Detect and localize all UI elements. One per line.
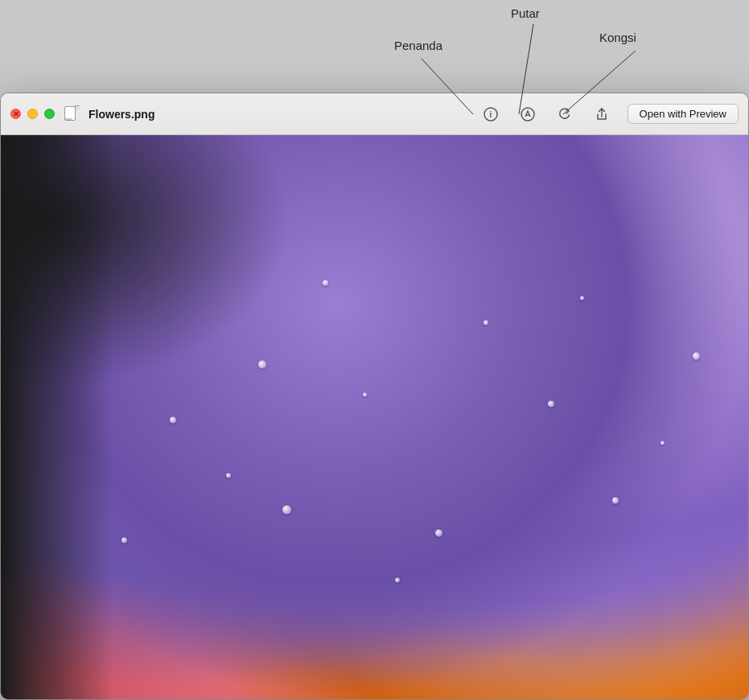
- droplet: [612, 497, 619, 504]
- info-icon: i: [484, 107, 498, 121]
- droplet: [395, 578, 400, 583]
- droplet: [693, 352, 700, 360]
- droplet: [661, 441, 665, 445]
- droplet: [121, 537, 127, 543]
- droplet: [580, 296, 584, 300]
- droplet: [435, 529, 442, 537]
- minimize-button[interactable]: [27, 109, 38, 119]
- share-button[interactable]: [591, 103, 613, 126]
- droplet: [258, 360, 266, 369]
- putar-tooltip: Putar: [511, 6, 540, 20]
- file-title: Flowers.png: [88, 108, 154, 121]
- rotate-icon: [558, 107, 572, 121]
- droplet: [282, 505, 291, 514]
- droplet: [323, 280, 328, 286]
- droplet: [226, 473, 231, 478]
- close-button[interactable]: ✕: [10, 109, 21, 119]
- file-info: PNG Flowers.png: [64, 106, 154, 122]
- file-icon: PNG: [64, 106, 79, 122]
- droplet: [170, 417, 176, 423]
- info-button[interactable]: i: [479, 103, 502, 126]
- droplet: [484, 320, 488, 325]
- markup-button[interactable]: [516, 103, 539, 126]
- titlebar-actions: i: [479, 103, 739, 126]
- quick-look-window: ✕ PNG Flowers.png i: [0, 93, 749, 700]
- kongsi-tooltip: Kongsi: [599, 31, 636, 44]
- share-icon: [595, 107, 609, 121]
- maximize-button[interactable]: [44, 109, 55, 119]
- image-area: [1, 135, 748, 699]
- rotate-button[interactable]: [554, 103, 576, 126]
- droplet: [363, 393, 367, 397]
- open-with-preview-button[interactable]: Open with Preview: [628, 104, 739, 124]
- titlebar: ✕ PNG Flowers.png i: [1, 93, 748, 135]
- svg-text:i: i: [489, 110, 492, 119]
- close-icon: ✕: [13, 110, 19, 118]
- penanda-tooltip: Penanda: [394, 39, 442, 52]
- window-controls: ✕: [10, 109, 55, 119]
- droplet: [548, 401, 554, 407]
- markup-icon: [521, 107, 535, 121]
- flower-image: [1, 135, 748, 699]
